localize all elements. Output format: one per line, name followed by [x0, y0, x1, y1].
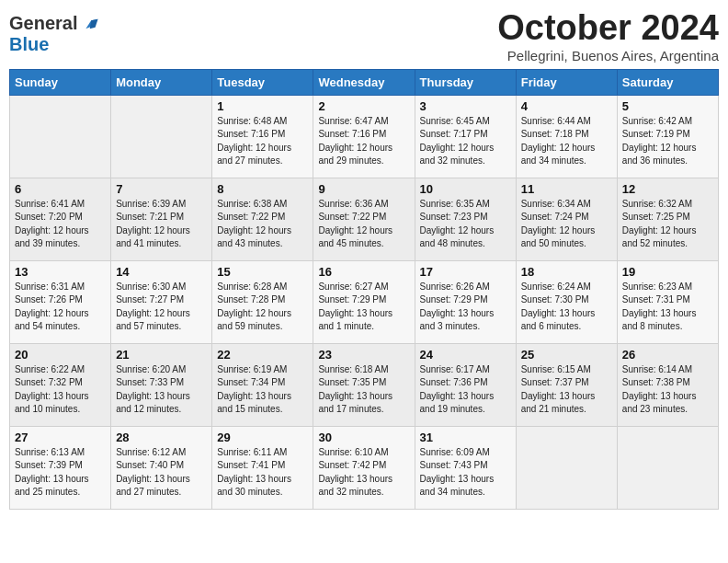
day-info: Sunrise: 6:24 AMSunset: 7:30 PMDaylight:… [521, 281, 612, 334]
day-info: Sunrise: 6:26 AMSunset: 7:29 PMDaylight:… [420, 281, 511, 334]
day-number: 23 [318, 348, 409, 362]
day-info: Sunrise: 6:22 AMSunset: 7:32 PMDaylight:… [15, 363, 106, 417]
day-info: Sunrise: 6:28 AMSunset: 7:28 PMDaylight:… [217, 281, 308, 334]
day-header-friday: Friday [516, 69, 617, 95]
day-cell: 12Sunrise: 6:32 AMSunset: 7:25 PMDayligh… [617, 178, 718, 260]
day-info: Sunrise: 6:32 AMSunset: 7:25 PMDaylight:… [622, 198, 713, 251]
day-info: Sunrise: 6:11 AMSunset: 7:41 PMDaylight:… [217, 446, 308, 500]
day-cell: 11Sunrise: 6:34 AMSunset: 7:24 PMDayligh… [516, 178, 617, 260]
day-number: 7 [116, 182, 207, 196]
month-title: October 2024 [497, 9, 719, 48]
day-info: Sunrise: 6:23 AMSunset: 7:31 PMDaylight:… [622, 281, 713, 334]
day-info: Sunrise: 6:41 AMSunset: 7:20 PMDaylight:… [15, 198, 106, 251]
day-header-saturday: Saturday [617, 69, 718, 95]
day-info: Sunrise: 6:38 AMSunset: 7:22 PMDaylight:… [217, 198, 308, 251]
day-number: 21 [116, 348, 207, 362]
day-number: 12 [622, 182, 713, 196]
day-cell: 22Sunrise: 6:19 AMSunset: 7:34 PMDayligh… [212, 343, 313, 426]
day-info: Sunrise: 6:36 AMSunset: 7:22 PMDaylight:… [318, 198, 409, 251]
day-cell: 19Sunrise: 6:23 AMSunset: 7:31 PMDayligh… [617, 260, 718, 343]
day-header-wednesday: Wednesday [313, 69, 415, 95]
day-number: 1 [217, 99, 308, 113]
day-info: Sunrise: 6:10 AMSunset: 7:42 PMDaylight:… [318, 446, 409, 500]
location-subtitle: Pellegrini, Buenos Aires, Argentina [497, 48, 719, 63]
day-cell: 9Sunrise: 6:36 AMSunset: 7:22 PMDaylight… [313, 178, 415, 260]
day-cell: 21Sunrise: 6:20 AMSunset: 7:33 PMDayligh… [111, 343, 212, 426]
day-info: Sunrise: 6:19 AMSunset: 7:34 PMDaylight:… [217, 363, 308, 417]
day-number: 18 [521, 265, 612, 279]
week-row-3: 13Sunrise: 6:31 AMSunset: 7:26 PMDayligh… [10, 260, 719, 343]
day-number: 11 [521, 182, 612, 196]
day-info: Sunrise: 6:34 AMSunset: 7:24 PMDaylight:… [521, 198, 612, 251]
day-number: 31 [420, 431, 511, 444]
day-cell: 10Sunrise: 6:35 AMSunset: 7:23 PMDayligh… [415, 178, 516, 260]
day-info: Sunrise: 6:39 AMSunset: 7:21 PMDaylight:… [116, 198, 207, 251]
day-number: 14 [116, 265, 207, 279]
day-info: Sunrise: 6:47 AMSunset: 7:16 PMDaylight:… [318, 115, 409, 168]
day-info: Sunrise: 6:18 AMSunset: 7:35 PMDaylight:… [318, 363, 409, 417]
day-number: 19 [622, 265, 713, 279]
day-number: 26 [622, 348, 713, 362]
day-cell: 17Sunrise: 6:26 AMSunset: 7:29 PMDayligh… [415, 260, 516, 343]
title-section: October 2024 Pellegrini, Buenos Aires, A… [497, 9, 719, 63]
day-cell: 29Sunrise: 6:11 AMSunset: 7:41 PMDayligh… [212, 426, 313, 509]
day-number: 4 [521, 99, 612, 113]
day-cell [617, 426, 718, 509]
day-number: 22 [217, 348, 308, 362]
day-number: 29 [217, 431, 308, 444]
day-info: Sunrise: 6:20 AMSunset: 7:33 PMDaylight:… [116, 363, 207, 417]
day-cell: 7Sunrise: 6:39 AMSunset: 7:21 PMDaylight… [111, 178, 212, 260]
day-number: 20 [15, 348, 106, 362]
logo: General Blue [9, 9, 99, 55]
day-cell: 15Sunrise: 6:28 AMSunset: 7:28 PMDayligh… [212, 260, 313, 343]
day-cell: 27Sunrise: 6:13 AMSunset: 7:39 PMDayligh… [10, 426, 111, 509]
day-number: 6 [15, 182, 106, 196]
day-header-thursday: Thursday [415, 69, 516, 95]
day-cell: 3Sunrise: 6:45 AMSunset: 7:17 PMDaylight… [415, 95, 516, 178]
day-cell: 23Sunrise: 6:18 AMSunset: 7:35 PMDayligh… [313, 343, 415, 426]
day-cell: 1Sunrise: 6:48 AMSunset: 7:16 PMDaylight… [212, 95, 313, 178]
day-info: Sunrise: 6:27 AMSunset: 7:29 PMDaylight:… [318, 281, 409, 334]
day-cell: 24Sunrise: 6:17 AMSunset: 7:36 PMDayligh… [415, 343, 516, 426]
day-info: Sunrise: 6:15 AMSunset: 7:37 PMDaylight:… [521, 363, 612, 417]
day-cell: 31Sunrise: 6:09 AMSunset: 7:43 PMDayligh… [415, 426, 516, 509]
day-cell: 28Sunrise: 6:12 AMSunset: 7:40 PMDayligh… [111, 426, 212, 509]
day-cell: 13Sunrise: 6:31 AMSunset: 7:26 PMDayligh… [10, 260, 111, 343]
day-info: Sunrise: 6:30 AMSunset: 7:27 PMDaylight:… [116, 281, 207, 334]
day-info: Sunrise: 6:31 AMSunset: 7:26 PMDaylight:… [15, 281, 106, 334]
day-number: 8 [217, 182, 308, 196]
logo-bird-icon [79, 14, 99, 34]
day-cell: 25Sunrise: 6:15 AMSunset: 7:37 PMDayligh… [516, 343, 617, 426]
day-info: Sunrise: 6:17 AMSunset: 7:36 PMDaylight:… [420, 363, 511, 417]
svg-marker-1 [90, 18, 98, 28]
day-header-sunday: Sunday [10, 69, 111, 95]
day-cell [111, 95, 212, 178]
day-number: 27 [15, 431, 106, 444]
logo-general-text: General [9, 13, 77, 34]
day-info: Sunrise: 6:14 AMSunset: 7:38 PMDaylight:… [622, 363, 713, 417]
day-info: Sunrise: 6:13 AMSunset: 7:39 PMDaylight:… [15, 446, 106, 500]
day-number: 30 [318, 431, 409, 444]
day-number: 17 [420, 265, 511, 279]
logo-blue-text: Blue [9, 34, 49, 55]
week-row-2: 6Sunrise: 6:41 AMSunset: 7:20 PMDaylight… [10, 178, 719, 260]
calendar-body: 1Sunrise: 6:48 AMSunset: 7:16 PMDaylight… [10, 95, 719, 509]
day-number: 16 [318, 265, 409, 279]
day-cell: 20Sunrise: 6:22 AMSunset: 7:32 PMDayligh… [10, 343, 111, 426]
day-cell: 4Sunrise: 6:44 AMSunset: 7:18 PMDaylight… [516, 95, 617, 178]
day-header-tuesday: Tuesday [212, 69, 313, 95]
header-row: SundayMondayTuesdayWednesdayThursdayFrid… [10, 69, 719, 95]
day-header-monday: Monday [111, 69, 212, 95]
day-info: Sunrise: 6:44 AMSunset: 7:18 PMDaylight:… [521, 115, 612, 168]
calendar-table: SundayMondayTuesdayWednesdayThursdayFrid… [9, 69, 719, 510]
day-cell: 2Sunrise: 6:47 AMSunset: 7:16 PMDaylight… [313, 95, 415, 178]
day-info: Sunrise: 6:42 AMSunset: 7:19 PMDaylight:… [622, 115, 713, 168]
week-row-1: 1Sunrise: 6:48 AMSunset: 7:16 PMDaylight… [10, 95, 719, 178]
week-row-5: 27Sunrise: 6:13 AMSunset: 7:39 PMDayligh… [10, 426, 719, 509]
day-number: 25 [521, 348, 612, 362]
day-cell: 30Sunrise: 6:10 AMSunset: 7:42 PMDayligh… [313, 426, 415, 509]
week-row-4: 20Sunrise: 6:22 AMSunset: 7:32 PMDayligh… [10, 343, 719, 426]
day-number: 15 [217, 265, 308, 279]
day-info: Sunrise: 6:48 AMSunset: 7:16 PMDaylight:… [217, 115, 308, 168]
day-number: 2 [318, 99, 409, 113]
